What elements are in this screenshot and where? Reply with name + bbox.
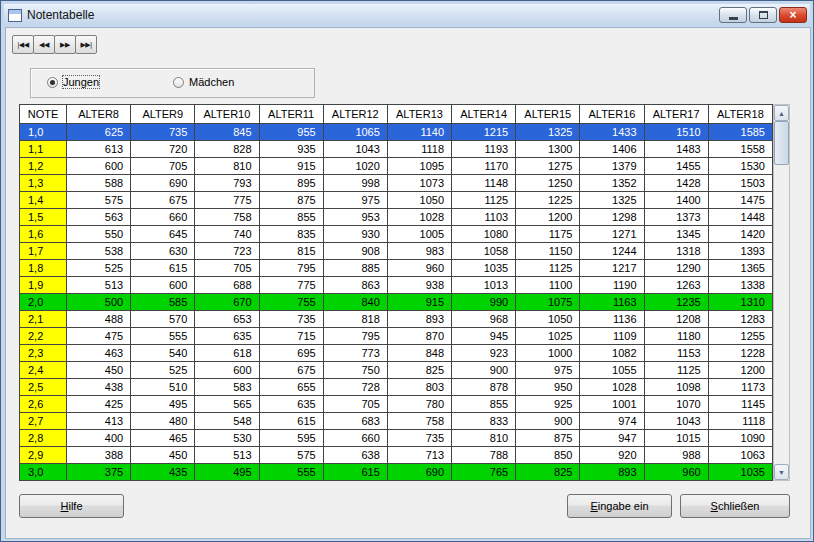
grid-cell[interactable]: 1043 xyxy=(323,141,387,158)
grid-cell[interactable]: 1298 xyxy=(580,209,644,226)
grid-cell[interactable]: 875 xyxy=(259,192,323,209)
grid-cell[interactable]: 615 xyxy=(131,260,195,277)
close-dialog-button[interactable]: Schließen xyxy=(680,494,790,518)
grid-cell[interactable]: 765 xyxy=(452,464,516,481)
grid-cell[interactable]: 375 xyxy=(67,464,131,481)
grid-cell[interactable]: 845 xyxy=(195,124,259,141)
grid-cell[interactable]: 833 xyxy=(452,413,516,430)
grid-cell[interactable]: 525 xyxy=(67,260,131,277)
grid-cell[interactable]: 1148 xyxy=(452,175,516,192)
note-cell[interactable]: 1,7 xyxy=(20,243,67,260)
grid-cell[interactable]: 920 xyxy=(580,447,644,464)
grid-cell[interactable]: 585 xyxy=(131,294,195,311)
grid-cell[interactable]: 835 xyxy=(259,226,323,243)
grid-cell[interactable]: 513 xyxy=(195,447,259,464)
grid-cell[interactable]: 463 xyxy=(67,345,131,362)
grid-cell[interactable]: 1448 xyxy=(708,209,772,226)
grid-cell[interactable]: 960 xyxy=(387,260,451,277)
grid-cell[interactable]: 735 xyxy=(387,430,451,447)
note-cell[interactable]: 2,1 xyxy=(20,311,67,328)
grid-cell[interactable]: 775 xyxy=(195,192,259,209)
nav-first-button[interactable]: |◀◀ xyxy=(12,35,34,54)
grid-cell[interactable]: 915 xyxy=(259,158,323,175)
grid-cell[interactable]: 475 xyxy=(67,328,131,345)
grid-cell[interactable]: 885 xyxy=(323,260,387,277)
note-cell[interactable]: 3,0 xyxy=(20,464,67,481)
grid-cell[interactable]: 1005 xyxy=(387,226,451,243)
note-cell[interactable]: 2,4 xyxy=(20,362,67,379)
grid-cell[interactable]: 1163 xyxy=(580,294,644,311)
grid-cell[interactable]: 773 xyxy=(323,345,387,362)
note-cell[interactable]: 2,0 xyxy=(20,294,67,311)
grid-cell[interactable]: 925 xyxy=(516,396,580,413)
grid-cell[interactable]: 1075 xyxy=(516,294,580,311)
grid-cell[interactable]: 1001 xyxy=(580,396,644,413)
grid-cell[interactable]: 815 xyxy=(259,243,323,260)
grid-cell[interactable]: 1100 xyxy=(516,277,580,294)
grid-cell[interactable]: 450 xyxy=(131,447,195,464)
close-button[interactable]: × xyxy=(779,7,807,23)
grid-cell[interactable]: 1455 xyxy=(644,158,708,175)
note-cell[interactable]: 1,6 xyxy=(20,226,67,243)
grid-cell[interactable]: 1215 xyxy=(452,124,516,141)
grid-cell[interactable]: 1475 xyxy=(708,192,772,209)
grid-cell[interactable]: 1393 xyxy=(708,243,772,260)
grid-cell[interactable]: 1250 xyxy=(516,175,580,192)
grid-cell[interactable]: 540 xyxy=(131,345,195,362)
grid-cell[interactable]: 688 xyxy=(195,277,259,294)
grid-cell[interactable]: 1325 xyxy=(580,192,644,209)
grid-cell[interactable]: 588 xyxy=(67,175,131,192)
grid-cell[interactable]: 1503 xyxy=(708,175,772,192)
grid-cell[interactable]: 755 xyxy=(259,294,323,311)
grid-cell[interactable]: 1013 xyxy=(452,277,516,294)
grid-cell[interactable]: 825 xyxy=(516,464,580,481)
grid-cell[interactable]: 1190 xyxy=(580,277,644,294)
grid-cell[interactable]: 1020 xyxy=(323,158,387,175)
grid-cell[interactable]: 1082 xyxy=(580,345,644,362)
grid-cell[interactable]: 950 xyxy=(516,379,580,396)
note-cell[interactable]: 1,1 xyxy=(20,141,67,158)
note-cell[interactable]: 2,5 xyxy=(20,379,67,396)
grid-cell[interactable]: 1200 xyxy=(708,362,772,379)
grid-cell[interactable]: 413 xyxy=(67,413,131,430)
grid-cell[interactable]: 705 xyxy=(131,158,195,175)
grid-cell[interactable]: 1530 xyxy=(708,158,772,175)
grid-cell[interactable]: 480 xyxy=(131,413,195,430)
grid-cell[interactable]: 645 xyxy=(131,226,195,243)
grid-cell[interactable]: 1318 xyxy=(644,243,708,260)
grid-cell[interactable]: 1428 xyxy=(644,175,708,192)
grid-cell[interactable]: 510 xyxy=(131,379,195,396)
grid-cell[interactable]: 1025 xyxy=(516,328,580,345)
grid-cell[interactable]: 705 xyxy=(323,396,387,413)
grid-cell[interactable]: 550 xyxy=(67,226,131,243)
grid-cell[interactable]: 878 xyxy=(452,379,516,396)
grid-cell[interactable]: 1035 xyxy=(708,464,772,481)
grid-cell[interactable]: 828 xyxy=(195,141,259,158)
grid-cell[interactable]: 735 xyxy=(131,124,195,141)
grid-cell[interactable]: 1050 xyxy=(387,192,451,209)
grid-cell[interactable]: 900 xyxy=(452,362,516,379)
grid-cell[interactable]: 855 xyxy=(452,396,516,413)
grid-cell[interactable]: 575 xyxy=(259,447,323,464)
grid-cell[interactable]: 983 xyxy=(387,243,451,260)
grid-cell[interactable]: 1063 xyxy=(708,447,772,464)
grid-cell[interactable]: 495 xyxy=(195,464,259,481)
nav-next-button[interactable]: ▶▶ xyxy=(54,35,76,54)
grid-cell[interactable]: 618 xyxy=(195,345,259,362)
grid-cell[interactable]: 818 xyxy=(323,311,387,328)
grid-cell[interactable]: 1145 xyxy=(708,396,772,413)
grid-cell[interactable]: 388 xyxy=(67,447,131,464)
grid-cell[interactable]: 795 xyxy=(323,328,387,345)
grid-cell[interactable]: 825 xyxy=(387,362,451,379)
grid-cell[interactable]: 675 xyxy=(259,362,323,379)
grid-cell[interactable]: 758 xyxy=(387,413,451,430)
grid-cell[interactable]: 863 xyxy=(323,277,387,294)
grid-cell[interactable]: 488 xyxy=(67,311,131,328)
grid-cell[interactable]: 1365 xyxy=(708,260,772,277)
grid-cell[interactable]: 1373 xyxy=(644,209,708,226)
grid-cell[interactable]: 1180 xyxy=(644,328,708,345)
grid-cell[interactable]: 600 xyxy=(67,158,131,175)
note-cell[interactable]: 1,9 xyxy=(20,277,67,294)
note-cell[interactable]: 1,8 xyxy=(20,260,67,277)
grid-cell[interactable]: 670 xyxy=(195,294,259,311)
